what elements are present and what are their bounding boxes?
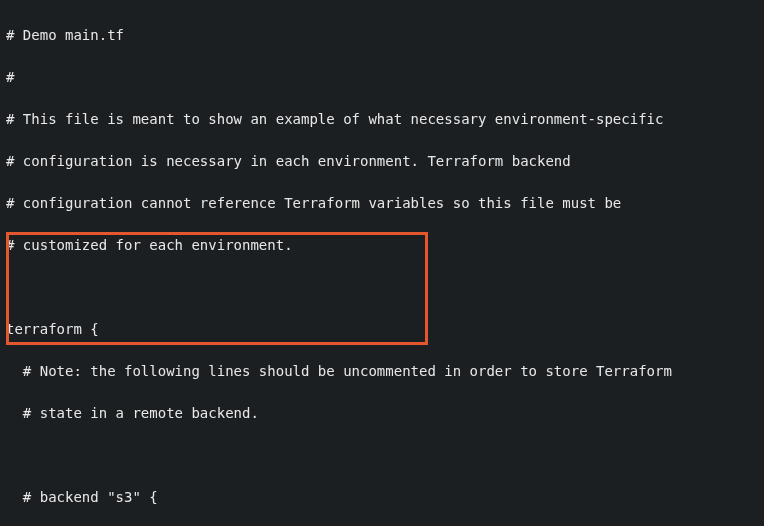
- code-line: terraform {: [6, 319, 758, 340]
- code-text: # Demo main.tf: [6, 27, 124, 43]
- code-text: terraform {: [6, 321, 99, 337]
- code-line: # Demo main.tf: [6, 25, 758, 46]
- code-line: # state in a remote backend.: [6, 403, 758, 424]
- code-text: # customized for each environment.: [6, 237, 293, 253]
- code-editor[interactable]: # Demo main.tf # # This file is meant to…: [0, 0, 764, 526]
- code-line: # configuration is necessary in each env…: [6, 151, 758, 172]
- code-text: # backend "s3" {: [6, 489, 158, 505]
- code-text: #: [6, 69, 14, 85]
- code-line: # backend "s3" {: [6, 487, 758, 508]
- code-line: # configuration cannot reference Terrafo…: [6, 193, 758, 214]
- code-line: #: [6, 67, 758, 88]
- code-line: # This file is meant to show an example …: [6, 109, 758, 130]
- code-text: # configuration cannot reference Terrafo…: [6, 195, 621, 211]
- code-text: # configuration is necessary in each env…: [6, 153, 571, 169]
- code-line: [6, 277, 758, 298]
- code-text: # Note: the following lines should be un…: [6, 363, 672, 379]
- code-text: # This file is meant to show an example …: [6, 111, 663, 127]
- code-line: # Note: the following lines should be un…: [6, 361, 758, 382]
- code-text: # state in a remote backend.: [6, 405, 259, 421]
- code-line: # customized for each environment.: [6, 235, 758, 256]
- code-line: [6, 445, 758, 466]
